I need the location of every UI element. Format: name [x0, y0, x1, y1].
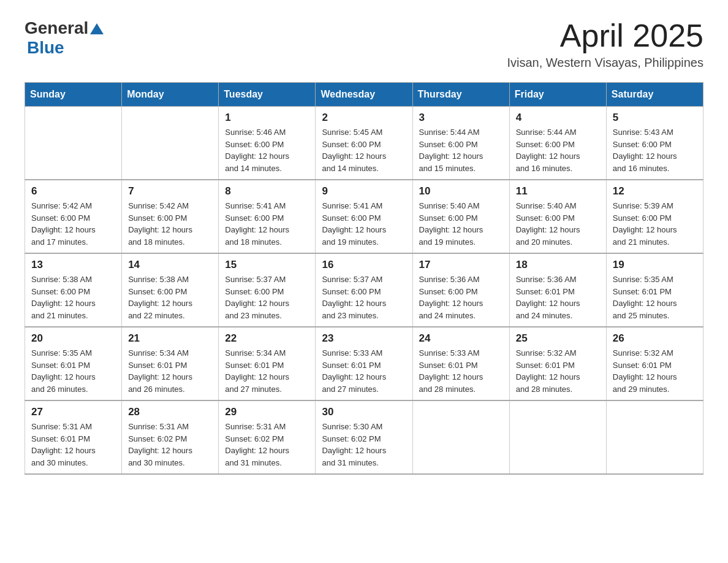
day-info: Sunrise: 5:31 AM Sunset: 6:02 PM Dayligh…	[225, 421, 309, 469]
calendar-cell	[25, 107, 122, 180]
calendar-week-row: 6Sunrise: 5:42 AM Sunset: 6:00 PM Daylig…	[25, 180, 703, 253]
day-number: 3	[419, 112, 503, 124]
calendar-cell	[122, 107, 219, 180]
day-info: Sunrise: 5:35 AM Sunset: 6:01 PM Dayligh…	[613, 274, 697, 321]
calendar-cell: 3Sunrise: 5:44 AM Sunset: 6:00 PM Daylig…	[412, 107, 509, 180]
day-number: 30	[322, 406, 406, 418]
day-info: Sunrise: 5:31 AM Sunset: 6:02 PM Dayligh…	[128, 421, 212, 469]
day-number: 27	[31, 406, 115, 418]
day-number: 4	[516, 112, 600, 124]
day-number: 28	[128, 406, 212, 418]
calendar-cell: 24Sunrise: 5:33 AM Sunset: 6:01 PM Dayli…	[412, 327, 509, 400]
calendar-cell: 8Sunrise: 5:41 AM Sunset: 6:00 PM Daylig…	[219, 180, 316, 253]
day-number: 24	[419, 332, 503, 345]
day-number: 1	[225, 112, 309, 124]
calendar-cell: 14Sunrise: 5:38 AM Sunset: 6:00 PM Dayli…	[122, 253, 219, 327]
calendar-cell: 17Sunrise: 5:36 AM Sunset: 6:00 PM Dayli…	[412, 253, 509, 327]
calendar-cell: 5Sunrise: 5:43 AM Sunset: 6:00 PM Daylig…	[606, 107, 703, 180]
day-info: Sunrise: 5:36 AM Sunset: 6:01 PM Dayligh…	[516, 274, 600, 321]
day-info: Sunrise: 5:40 AM Sunset: 6:00 PM Dayligh…	[419, 200, 503, 248]
day-info: Sunrise: 5:42 AM Sunset: 6:00 PM Dayligh…	[128, 200, 212, 248]
calendar-cell: 1Sunrise: 5:46 AM Sunset: 6:00 PM Daylig…	[219, 107, 316, 180]
calendar-cell: 16Sunrise: 5:37 AM Sunset: 6:00 PM Dayli…	[316, 253, 412, 327]
calendar-cell: 13Sunrise: 5:38 AM Sunset: 6:00 PM Dayli…	[25, 253, 122, 327]
day-number: 10	[419, 185, 503, 197]
day-number: 21	[128, 332, 212, 345]
month-title: April 2025	[507, 18, 703, 53]
calendar-cell: 10Sunrise: 5:40 AM Sunset: 6:00 PM Dayli…	[412, 180, 509, 253]
day-number: 14	[128, 259, 212, 271]
calendar-cell: 15Sunrise: 5:37 AM Sunset: 6:00 PM Dayli…	[219, 253, 316, 327]
logo: General Blue	[25, 18, 104, 58]
day-info: Sunrise: 5:44 AM Sunset: 6:00 PM Dayligh…	[419, 126, 503, 174]
calendar-cell: 27Sunrise: 5:31 AM Sunset: 6:01 PM Dayli…	[25, 400, 122, 474]
calendar-cell: 7Sunrise: 5:42 AM Sunset: 6:00 PM Daylig…	[122, 180, 219, 253]
header-right: April 2025 Ivisan, Western Visayas, Phil…	[507, 18, 703, 70]
day-info: Sunrise: 5:36 AM Sunset: 6:00 PM Dayligh…	[419, 274, 503, 321]
day-number: 20	[31, 332, 115, 345]
col-header-tuesday: Tuesday	[219, 83, 316, 107]
day-number: 6	[31, 185, 115, 197]
day-number: 22	[225, 332, 309, 345]
calendar-cell: 26Sunrise: 5:32 AM Sunset: 6:01 PM Dayli…	[606, 327, 703, 400]
day-number: 5	[613, 112, 697, 124]
calendar-cell: 11Sunrise: 5:40 AM Sunset: 6:00 PM Dayli…	[509, 180, 606, 253]
calendar-week-row: 27Sunrise: 5:31 AM Sunset: 6:01 PM Dayli…	[25, 400, 703, 474]
day-number: 17	[419, 259, 503, 271]
day-number: 9	[322, 185, 406, 197]
day-number: 15	[225, 259, 309, 271]
day-info: Sunrise: 5:45 AM Sunset: 6:00 PM Dayligh…	[322, 126, 406, 174]
svg-marker-0	[90, 23, 104, 34]
col-header-monday: Monday	[122, 83, 219, 107]
day-info: Sunrise: 5:34 AM Sunset: 6:01 PM Dayligh…	[225, 347, 309, 395]
calendar-cell: 12Sunrise: 5:39 AM Sunset: 6:00 PM Dayli…	[606, 180, 703, 253]
calendar-cell: 4Sunrise: 5:44 AM Sunset: 6:00 PM Daylig…	[509, 107, 606, 180]
calendar-cell	[606, 400, 703, 474]
day-info: Sunrise: 5:33 AM Sunset: 6:01 PM Dayligh…	[419, 347, 503, 395]
day-number: 2	[322, 112, 406, 124]
calendar-week-row: 20Sunrise: 5:35 AM Sunset: 6:01 PM Dayli…	[25, 327, 703, 400]
calendar-cell: 29Sunrise: 5:31 AM Sunset: 6:02 PM Dayli…	[219, 400, 316, 474]
calendar-cell: 28Sunrise: 5:31 AM Sunset: 6:02 PM Dayli…	[122, 400, 219, 474]
day-info: Sunrise: 5:32 AM Sunset: 6:01 PM Dayligh…	[613, 347, 697, 395]
calendar-header-row: SundayMondayTuesdayWednesdayThursdayFrid…	[25, 83, 703, 107]
calendar-week-row: 1Sunrise: 5:46 AM Sunset: 6:00 PM Daylig…	[25, 107, 703, 180]
day-info: Sunrise: 5:32 AM Sunset: 6:01 PM Dayligh…	[516, 347, 600, 395]
day-info: Sunrise: 5:44 AM Sunset: 6:00 PM Dayligh…	[516, 126, 600, 174]
day-number: 26	[613, 332, 697, 345]
col-header-thursday: Thursday	[412, 83, 509, 107]
day-info: Sunrise: 5:46 AM Sunset: 6:00 PM Dayligh…	[225, 126, 309, 174]
day-info: Sunrise: 5:41 AM Sunset: 6:00 PM Dayligh…	[322, 200, 406, 248]
day-number: 19	[613, 259, 697, 271]
day-number: 7	[128, 185, 212, 197]
day-info: Sunrise: 5:42 AM Sunset: 6:00 PM Dayligh…	[31, 200, 115, 248]
calendar-cell: 20Sunrise: 5:35 AM Sunset: 6:01 PM Dayli…	[25, 327, 122, 400]
day-info: Sunrise: 5:37 AM Sunset: 6:00 PM Dayligh…	[322, 274, 406, 321]
logo-triangle-icon	[90, 22, 104, 36]
col-header-friday: Friday	[509, 83, 606, 107]
col-header-sunday: Sunday	[25, 83, 122, 107]
calendar-cell: 25Sunrise: 5:32 AM Sunset: 6:01 PM Dayli…	[509, 327, 606, 400]
calendar-cell	[509, 400, 606, 474]
day-info: Sunrise: 5:38 AM Sunset: 6:00 PM Dayligh…	[31, 274, 115, 321]
day-number: 25	[516, 332, 600, 345]
day-number: 29	[225, 406, 309, 418]
calendar-week-row: 13Sunrise: 5:38 AM Sunset: 6:00 PM Dayli…	[25, 253, 703, 327]
day-info: Sunrise: 5:33 AM Sunset: 6:01 PM Dayligh…	[322, 347, 406, 395]
day-info: Sunrise: 5:30 AM Sunset: 6:02 PM Dayligh…	[322, 421, 406, 469]
logo-blue-text: Blue	[27, 38, 64, 57]
calendar-cell	[412, 400, 509, 474]
calendar-cell: 18Sunrise: 5:36 AM Sunset: 6:01 PM Dayli…	[509, 253, 606, 327]
logo-general-text: General	[25, 18, 88, 38]
day-info: Sunrise: 5:41 AM Sunset: 6:00 PM Dayligh…	[225, 200, 309, 248]
day-number: 11	[516, 185, 600, 197]
day-number: 23	[322, 332, 406, 345]
calendar-cell: 9Sunrise: 5:41 AM Sunset: 6:00 PM Daylig…	[316, 180, 412, 253]
day-info: Sunrise: 5:31 AM Sunset: 6:01 PM Dayligh…	[31, 421, 115, 469]
day-info: Sunrise: 5:40 AM Sunset: 6:00 PM Dayligh…	[516, 200, 600, 248]
calendar-cell: 22Sunrise: 5:34 AM Sunset: 6:01 PM Dayli…	[219, 327, 316, 400]
calendar-table: SundayMondayTuesdayWednesdayThursdayFrid…	[25, 82, 703, 475]
day-info: Sunrise: 5:39 AM Sunset: 6:00 PM Dayligh…	[613, 200, 697, 248]
day-info: Sunrise: 5:37 AM Sunset: 6:00 PM Dayligh…	[225, 274, 309, 321]
day-info: Sunrise: 5:43 AM Sunset: 6:00 PM Dayligh…	[613, 126, 697, 174]
